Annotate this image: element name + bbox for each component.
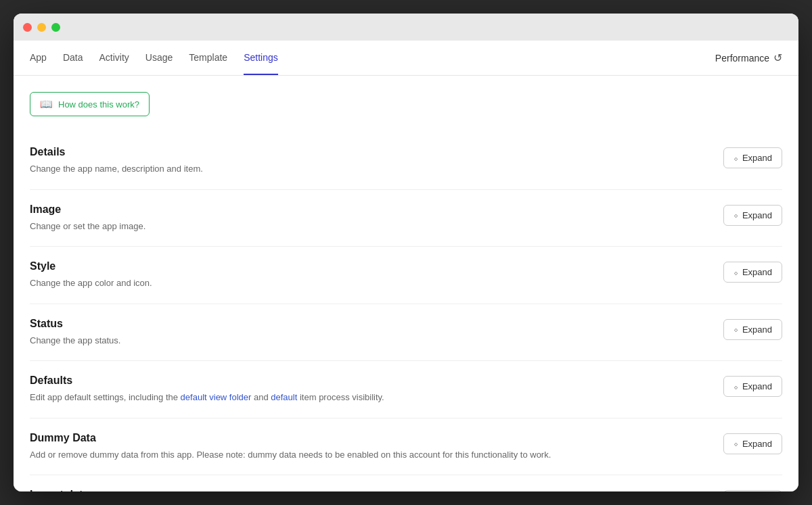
section-dummy-data-expand-label: Expand [742,439,772,449]
content-area: 📖 How does this work? Details Change the… [14,76,798,491]
app-window: App Data Activity Usage Template Setting… [14,14,798,491]
section-style-title: Style [30,260,707,272]
expand-icon: ⬦ [734,210,738,220]
tab-settings[interactable]: Settings [244,41,278,75]
section-defaults: Defaults Edit app default settings, incl… [30,361,782,418]
book-icon: 📖 [40,98,53,110]
how-does-this-work-button[interactable]: 📖 How does this work? [30,92,150,116]
expand-icon: ⬦ [734,153,738,163]
section-image-content: Image Change or set the app image. [30,203,707,233]
minimize-button[interactable] [37,23,46,32]
section-details-expand-label: Expand [742,153,772,163]
sections-container: Details Change the app name, description… [30,133,782,491]
section-image-expand-button[interactable]: ⬦ Expand [723,205,782,226]
tab-usage[interactable]: Usage [145,41,173,75]
section-defaults-expand-label: Expand [742,381,772,391]
section-dummy-data-title: Dummy Data [30,432,707,444]
section-style-content: Style Change the app color and icon. [30,260,707,290]
section-defaults-expand-button[interactable]: ⬦ Expand [723,376,782,397]
section-defaults-title: Defaults [30,375,707,387]
section-dummy-data-content: Dummy Data Add or remove dummy data from… [30,432,707,462]
section-import-data-content: Import data [30,489,707,491]
expand-icon: ⬦ [734,268,738,277]
default-item-link[interactable]: default [271,392,297,402]
section-details-expand-button[interactable]: ⬦ Expand [723,147,782,168]
tab-template[interactable]: Template [189,41,227,75]
section-status-expand-button[interactable]: ⬦ Expand [723,319,782,340]
nav-right: Performance ↺ [715,51,782,64]
tab-activity[interactable]: Activity [99,41,129,75]
section-status-content: Status Change the app status. [30,318,707,347]
section-import-data: Import data ⬦ Expand [30,475,782,491]
section-status-desc: Change the app status. [30,334,707,347]
section-dummy-data: Dummy Data Add or remove dummy data from… [30,418,782,476]
section-details-title: Details [30,146,707,158]
help-button-label: How does this work? [58,99,139,110]
section-style-desc: Change the app color and icon. [30,276,707,290]
section-defaults-content: Defaults Edit app default settings, incl… [30,375,707,404]
close-button[interactable] [23,23,32,32]
tab-app[interactable]: App [30,41,47,75]
expand-icon: ⬦ [734,439,738,448]
maximize-button[interactable] [51,23,60,32]
default-view-folder-link[interactable]: default view folder [181,392,252,402]
nav-bar: App Data Activity Usage Template Setting… [14,41,798,76]
section-import-data-expand-button[interactable]: ⬦ Expand [723,490,782,491]
section-details: Details Change the app name, description… [30,133,782,190]
section-status-title: Status [30,318,707,330]
section-defaults-desc: Edit app default settings, including the… [30,391,707,404]
performance-label: Performance [715,53,769,64]
tab-data[interactable]: Data [63,41,83,75]
performance-button[interactable]: Performance ↺ [715,51,782,64]
section-import-data-title: Import data [30,489,707,491]
section-image-title: Image [30,203,707,216]
section-dummy-data-desc: Add or remove dummy data from this app. … [30,448,707,462]
expand-icon: ⬦ [734,382,738,391]
section-style-expand-label: Expand [742,267,772,277]
section-status: Status Change the app status. ⬦ Expand [30,304,782,362]
section-image-desc: Change or set the app image. [30,220,707,233]
section-style-expand-button[interactable]: ⬦ Expand [723,262,782,283]
section-dummy-data-expand-button[interactable]: ⬦ Expand [723,433,782,454]
expand-icon: ⬦ [734,324,738,334]
section-details-desc: Change the app name, description and ite… [30,162,707,176]
section-details-content: Details Change the app name, description… [30,146,707,176]
section-image: Image Change or set the app image. ⬦ Exp… [30,190,782,247]
nav-tabs: App Data Activity Usage Template Setting… [30,41,715,75]
traffic-lights [23,23,60,32]
section-image-expand-label: Expand [742,210,772,220]
refresh-icon: ↺ [773,51,782,64]
section-style: Style Change the app color and icon. ⬦ E… [30,247,782,304]
title-bar [14,14,798,41]
section-status-expand-label: Expand [742,324,772,335]
